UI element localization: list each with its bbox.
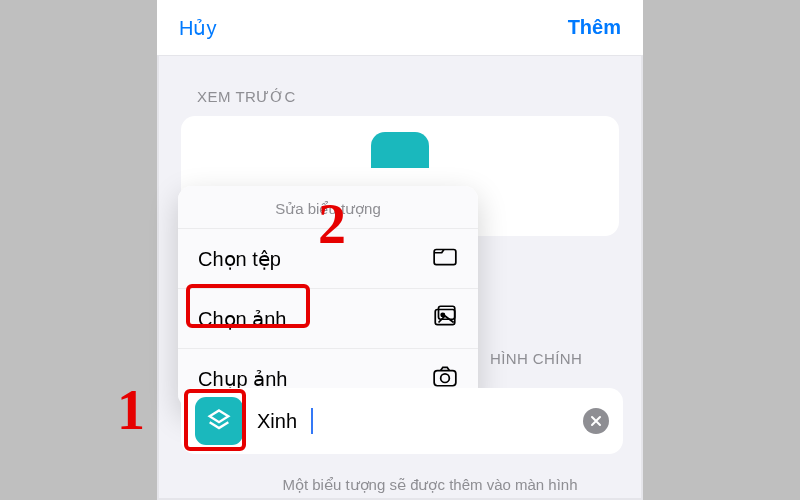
shortcut-name-row: Xinh: [181, 388, 623, 454]
add-button[interactable]: Thêm: [568, 16, 621, 39]
menu-item-choose-photo[interactable]: Chọn ảnh: [178, 288, 478, 348]
close-icon: [590, 415, 602, 427]
clear-text-button[interactable]: [583, 408, 609, 434]
cancel-button[interactable]: Hủy: [179, 16, 216, 40]
menu-item-choose-file[interactable]: Chọn tệp: [178, 228, 478, 288]
gallery-icon: [432, 303, 458, 334]
navbar: Hủy Thêm: [157, 0, 643, 56]
svg-rect-4: [434, 371, 456, 386]
menu-item-label: Chụp ảnh: [198, 367, 288, 391]
shortcuts-glyph-icon: [205, 407, 233, 435]
shortcut-app-icon[interactable]: [195, 397, 243, 445]
shortcut-name-text[interactable]: Xinh: [257, 410, 297, 433]
svg-point-5: [441, 374, 450, 383]
text-caret: [311, 408, 313, 434]
svg-rect-0: [434, 250, 456, 265]
icon-edit-menu: Sửa biểu tượng Chọn tệp Chọn ảnh Chụp ản…: [178, 186, 478, 408]
folder-icon: [432, 243, 458, 274]
section-label-preview: XEM TRƯỚC: [157, 56, 643, 116]
preview-app-icon: [371, 132, 429, 168]
footer-hint: Một biểu tượng sẽ được thêm vào màn hình: [220, 476, 640, 494]
menu-title: Sửa biểu tượng: [178, 186, 478, 228]
menu-item-label: Chọn tệp: [198, 247, 281, 271]
section-label-main: HÌNH CHÍNH: [490, 350, 582, 367]
menu-item-label: Chọn ảnh: [198, 307, 287, 331]
annotation-number-1: 1: [117, 378, 145, 442]
